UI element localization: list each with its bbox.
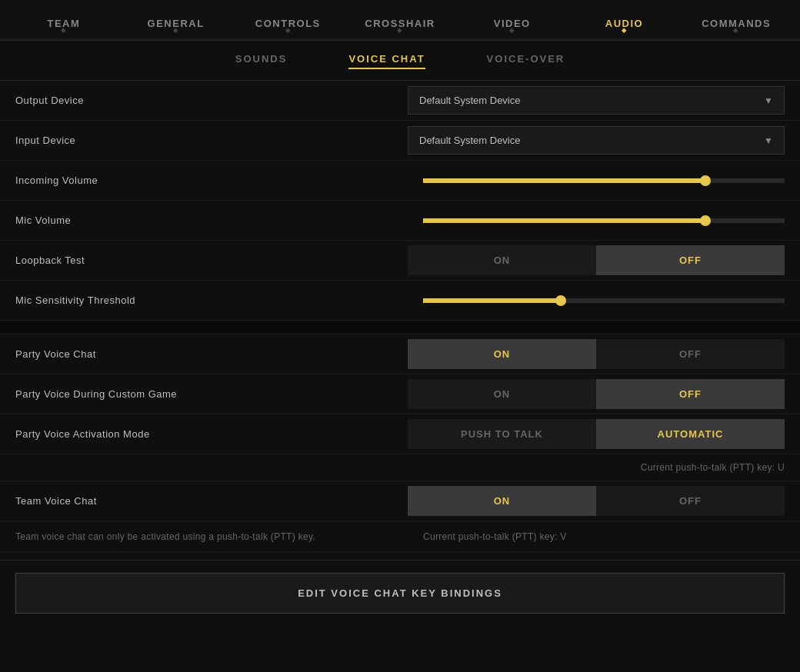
incoming-volume-slider[interactable] bbox=[423, 178, 785, 183]
loopback-test-control: On Off bbox=[408, 245, 785, 275]
subnav-voice-over[interactable]: VOICE-OVER bbox=[487, 53, 565, 69]
input-device-label: Input Device bbox=[15, 135, 408, 146]
nav-item-commands[interactable]: COMMANDS bbox=[680, 4, 792, 37]
team-ptt-info-text: Current push-to-talk (PTT) key: V bbox=[423, 531, 567, 542]
party-voice-chat-row: Party Voice Chat On Off bbox=[0, 334, 800, 374]
settings-panel: Output Device Default System Device ▼ In… bbox=[0, 81, 800, 552]
party-voice-custom-label: Party Voice During Custom Game bbox=[15, 388, 408, 400]
party-voice-mode-toggle: Push to Talk Automatic bbox=[408, 419, 785, 449]
team-voice-off-button[interactable]: Off bbox=[596, 486, 785, 516]
top-navigation: TEAM GENERAL CONTROLS CROSSHAIR VIDEO AU… bbox=[0, 0, 800, 41]
party-voice-chat-label: Party Voice Chat bbox=[15, 348, 408, 360]
loopback-test-row: Loopback Test On Off bbox=[0, 241, 800, 281]
mic-sensitivity-thumb[interactable] bbox=[555, 295, 566, 306]
mic-volume-row: Mic Volume bbox=[0, 201, 800, 241]
party-voice-on-button[interactable]: On bbox=[408, 339, 596, 369]
output-device-control: Default System Device ▼ bbox=[408, 86, 785, 115]
party-voice-custom-toggle: On Off bbox=[408, 379, 785, 409]
output-device-row: Output Device Default System Device ▼ bbox=[0, 81, 800, 121]
party-voice-custom-row: Party Voice During Custom Game On Off bbox=[0, 374, 800, 414]
loopback-test-toggle: On Off bbox=[408, 245, 785, 275]
chevron-down-icon: ▼ bbox=[764, 135, 773, 146]
mic-sensitivity-control bbox=[423, 298, 785, 303]
automatic-button[interactable]: Automatic bbox=[596, 419, 785, 449]
nav-item-team[interactable]: TEAM bbox=[8, 4, 120, 37]
party-ptt-info-text: Current push-to-talk (PTT) key: U bbox=[641, 462, 785, 473]
team-voice-chat-toggle: On Off bbox=[408, 486, 785, 516]
incoming-volume-fill bbox=[423, 178, 705, 183]
mic-volume-slider[interactable] bbox=[423, 218, 785, 223]
push-to-talk-button[interactable]: Push to Talk bbox=[408, 419, 596, 449]
output-device-value: Default System Device bbox=[419, 95, 521, 106]
party-voice-mode-label: Party Voice Activation Mode bbox=[15, 428, 408, 440]
mic-volume-label: Mic Volume bbox=[15, 215, 423, 226]
nav-item-crosshair[interactable]: CROSSHAIR bbox=[344, 4, 456, 37]
section-divider bbox=[0, 321, 800, 334]
mic-volume-thumb[interactable] bbox=[700, 215, 711, 226]
team-voice-info-label: Team voice chat can only be activated us… bbox=[15, 531, 423, 542]
input-device-control: Default System Device ▼ bbox=[408, 126, 785, 155]
mic-volume-control bbox=[423, 218, 785, 223]
party-voice-chat-toggle: On Off bbox=[408, 339, 785, 369]
nav-item-controls[interactable]: CONTROLS bbox=[232, 4, 344, 37]
nav-item-audio[interactable]: AUDIO bbox=[568, 4, 681, 37]
mic-sensitivity-label: Mic Sensitivity Threshold bbox=[15, 294, 423, 306]
input-device-row: Input Device Default System Device ▼ bbox=[0, 121, 800, 161]
chevron-down-icon: ▼ bbox=[764, 95, 773, 106]
nav-item-general[interactable]: GENERAL bbox=[120, 4, 232, 37]
subnav-voice-chat[interactable]: VOICE CHAT bbox=[348, 53, 425, 69]
mic-sensitivity-slider[interactable] bbox=[423, 298, 785, 303]
incoming-volume-control bbox=[423, 178, 785, 183]
input-device-dropdown[interactable]: Default System Device ▼ bbox=[408, 126, 785, 155]
incoming-volume-label: Incoming Volume bbox=[15, 175, 423, 186]
loopback-test-label: Loopback Test bbox=[15, 254, 408, 266]
edit-keybindings-section: EDIT VOICE CHAT KEY BINDINGS bbox=[0, 560, 800, 626]
party-custom-on-button[interactable]: On bbox=[408, 379, 596, 409]
edit-keybindings-button[interactable]: EDIT VOICE CHAT KEY BINDINGS bbox=[15, 573, 785, 614]
loopback-off-button[interactable]: Off bbox=[596, 245, 785, 275]
output-device-dropdown[interactable]: Default System Device ▼ bbox=[408, 86, 785, 115]
team-voice-chat-label: Team Voice Chat bbox=[15, 495, 408, 507]
party-voice-mode-row: Party Voice Activation Mode Push to Talk… bbox=[0, 414, 800, 454]
output-device-label: Output Device bbox=[15, 95, 408, 106]
mic-sensitivity-fill bbox=[423, 298, 561, 303]
input-device-value: Default System Device bbox=[419, 135, 521, 146]
team-voice-chat-control: On Off bbox=[408, 486, 785, 516]
loopback-on-button[interactable]: On bbox=[408, 245, 596, 275]
mic-volume-fill bbox=[423, 218, 705, 223]
party-voice-chat-control: On Off bbox=[408, 339, 785, 369]
nav-item-video[interactable]: VIDEO bbox=[456, 4, 568, 37]
mic-sensitivity-row: Mic Sensitivity Threshold bbox=[0, 281, 800, 321]
incoming-volume-thumb[interactable] bbox=[700, 175, 711, 186]
party-voice-custom-control: On Off bbox=[408, 379, 785, 409]
party-voice-mode-control: Push to Talk Automatic bbox=[408, 419, 785, 449]
subnav-sounds[interactable]: SOUNDS bbox=[235, 53, 288, 69]
party-voice-off-button[interactable]: Off bbox=[596, 339, 785, 369]
team-voice-on-button[interactable]: On bbox=[408, 486, 596, 516]
sub-navigation: SOUNDS VOICE CHAT VOICE-OVER bbox=[0, 41, 800, 81]
party-ptt-info-row: Current push-to-talk (PTT) key: U bbox=[0, 454, 800, 481]
team-voice-chat-row: Team Voice Chat On Off bbox=[0, 481, 800, 521]
party-custom-off-button[interactable]: Off bbox=[596, 379, 785, 409]
incoming-volume-row: Incoming Volume bbox=[0, 161, 800, 201]
team-voice-info-row: Team voice chat can only be activated us… bbox=[0, 521, 800, 552]
